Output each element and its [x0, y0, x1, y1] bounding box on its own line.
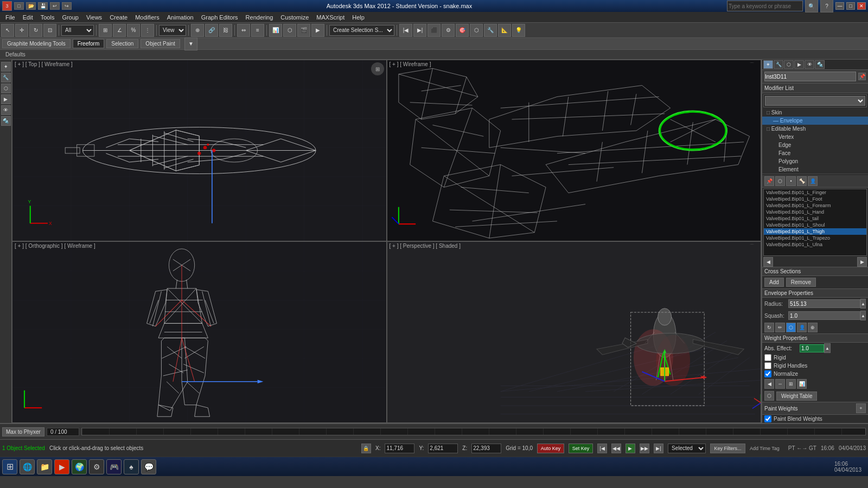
viewport-topleft[interactable]: [ + ] [ Top ] [ Wireframe ] ⊞: [12, 60, 387, 241]
taskbar-explorer[interactable]: 📁: [37, 459, 52, 474]
action-btn-2[interactable]: ↔: [775, 379, 785, 389]
selected-dropdown[interactable]: Selected: [668, 444, 706, 453]
rigid-handles-checkbox[interactable]: [764, 362, 771, 369]
add-cross-section-btn[interactable]: Add: [764, 278, 784, 287]
modifier-vertex[interactable]: Vertex: [762, 133, 868, 141]
modifier-element[interactable]: Element: [762, 165, 868, 174]
minimize-btn[interactable]: —: [835, 2, 844, 10]
menu-customize[interactable]: Customize: [277, 13, 312, 22]
named-sel-2[interactable]: ▶|: [413, 24, 426, 37]
next-frame-btn[interactable]: ▶|: [654, 444, 663, 453]
squash-up[interactable]: ▲: [860, 311, 866, 320]
bone-item-finger[interactable]: ValveBiped.Bip01_L_Finger: [764, 189, 866, 196]
object-name-input[interactable]: [764, 72, 856, 81]
envelope-icon[interactable]: ⬡: [775, 176, 785, 186]
timeline-track[interactable]: [81, 428, 866, 435]
normalize-checkbox[interactable]: [764, 370, 771, 377]
toolbar-collapse[interactable]: ▼: [184, 37, 197, 50]
weight-table-btn[interactable]: Weight Table: [776, 391, 817, 401]
display-panel[interactable]: 👁: [1, 105, 11, 115]
app-icon[interactable]: 3: [2, 1, 12, 11]
new-btn[interactable]: □: [14, 2, 24, 10]
unlink-tool[interactable]: ⛓: [219, 24, 232, 37]
spinner-snap[interactable]: ⋮: [141, 24, 154, 37]
viewport-topright[interactable]: [ + ] [ Wireframe ] ⊞: [387, 60, 762, 241]
named-sel-7[interactable]: 🔧: [484, 24, 497, 37]
paint-blend-checkbox[interactable]: [764, 415, 771, 422]
set-key-btn[interactable]: Set Key: [569, 444, 593, 453]
named-sel-6[interactable]: ⬡: [470, 24, 483, 37]
bone-icon[interactable]: 🦴: [797, 176, 807, 186]
mirror-tool[interactable]: ⇔: [237, 24, 250, 37]
modifier-dropdown[interactable]: [765, 96, 865, 106]
lock-icon[interactable]: 🔒: [361, 444, 371, 453]
rigid-checkbox[interactable]: [764, 354, 771, 361]
radius-input[interactable]: [788, 299, 860, 308]
motion-panel[interactable]: ▶: [1, 94, 11, 104]
max-to-phyxer-btn[interactable]: Max to Phyxer: [2, 427, 44, 436]
select-tool[interactable]: ↖: [1, 24, 14, 37]
menu-animation[interactable]: Animation: [164, 13, 197, 22]
snap-toggle[interactable]: ⊞: [99, 24, 112, 37]
help-btn[interactable]: ?: [820, 0, 833, 12]
align-tool[interactable]: ≡: [251, 24, 264, 37]
play-btn[interactable]: ▶: [626, 444, 635, 453]
bone-item-forearm[interactable]: ValveBiped.Bip01_L_Forearm: [764, 202, 866, 209]
modify-panel[interactable]: 🔧: [1, 73, 11, 82]
search-input[interactable]: [727, 1, 803, 11]
menu-graph-editors[interactable]: Graph Editors: [198, 13, 241, 22]
search-btn[interactable]: 🔍: [805, 0, 818, 12]
menu-rendering[interactable]: Rendering: [242, 13, 277, 22]
bone-item-ulna[interactable]: ValveBiped.Bip01_L_Ulna: [764, 241, 866, 248]
modifier-envelope[interactable]: — Envelope: [762, 117, 868, 125]
named-sel-9[interactable]: 💡: [512, 24, 525, 37]
undo-btn[interactable]: ↩: [50, 2, 60, 10]
add-time-tag[interactable]: Add Time Tag: [750, 446, 780, 451]
rp-tab-create[interactable]: ✦: [763, 60, 773, 69]
menu-edit[interactable]: Edit: [20, 13, 36, 22]
bone-item-shoulder[interactable]: ValveBiped.Bip01_L_Shoul: [764, 222, 866, 228]
env-btn-2[interactable]: ✏: [775, 323, 785, 332]
open-btn[interactable]: 📂: [26, 2, 36, 10]
radius-up[interactable]: ▲: [860, 299, 866, 309]
key-filters-btn[interactable]: Key Filters...: [710, 444, 745, 453]
env-btn-3[interactable]: ⬡: [786, 323, 796, 332]
x-coord[interactable]: [385, 444, 414, 453]
bone-item-tail[interactable]: ValveBiped.Bip01_L_tail: [764, 215, 866, 222]
filter-select[interactable]: All: [61, 25, 94, 36]
viewport-bottomright[interactable]: [ + ] [ Perspective ] [ Shaded ] ⊞: [387, 241, 762, 423]
named-sel-1[interactable]: |◀: [399, 24, 412, 37]
action-btn-3[interactable]: ⊞: [786, 379, 796, 389]
bone-item-thigh[interactable]: ValveBiped.Bip01_L_Thigh: [764, 228, 866, 235]
material-editor[interactable]: ⬡: [283, 24, 296, 37]
modifier-skin[interactable]: □ Skin: [762, 108, 868, 117]
redo-btn[interactable]: ↪: [62, 2, 72, 10]
rp-tab-hierarchy[interactable]: ⬡: [784, 60, 794, 69]
rotate-tool[interactable]: ↻: [29, 24, 42, 37]
menu-file[interactable]: File: [2, 13, 18, 22]
taskbar-chrome[interactable]: 🌍: [72, 459, 87, 474]
prev-key-btn[interactable]: ◀◀: [611, 444, 621, 453]
abs-effect-up[interactable]: ▲: [824, 343, 831, 353]
menu-modifiers[interactable]: Modifiers: [132, 13, 163, 22]
move-tool[interactable]: ✛: [15, 24, 28, 37]
view-select[interactable]: View: [159, 25, 186, 36]
modifier-face[interactable]: Face: [762, 149, 868, 157]
taskbar-media[interactable]: ▶: [54, 459, 69, 474]
ref-coord[interactable]: ⊕: [191, 24, 204, 37]
rp-tab-motion[interactable]: ▶: [794, 60, 804, 69]
render-setup[interactable]: 🎬: [297, 24, 310, 37]
rp-tab-utilities[interactable]: 🔩: [815, 60, 825, 69]
create-selection-select[interactable]: Create Selection S...: [329, 25, 394, 36]
prev-frame-btn[interactable]: |◀: [597, 444, 607, 453]
hierarchy-panel[interactable]: ⬡: [1, 84, 11, 93]
modifier-editable-mesh[interactable]: □ Editable Mesh: [762, 125, 868, 133]
abs-effect-input[interactable]: [800, 344, 824, 352]
z-coord[interactable]: [471, 444, 501, 453]
maximize-btn[interactable]: □: [846, 2, 855, 10]
bone-item-trapezoid[interactable]: ValveBiped.Bip01_L_Trapezo: [764, 235, 866, 241]
utilities-panel[interactable]: 🔩: [1, 116, 11, 126]
percent-snap[interactable]: %: [127, 24, 140, 37]
y-coord[interactable]: [428, 444, 458, 453]
bone-list[interactable]: ValveBiped.Bip01_L_Finger ValveBiped.Bip…: [763, 189, 867, 256]
